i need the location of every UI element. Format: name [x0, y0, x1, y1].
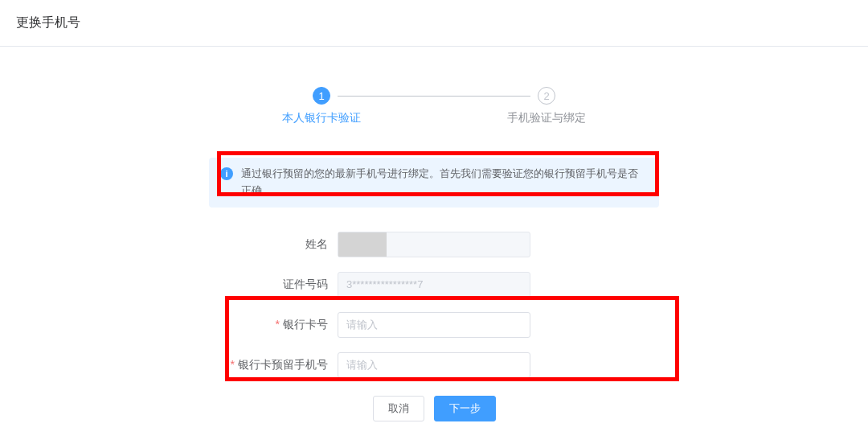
name-value [338, 232, 530, 257]
label-id-number: 证件号码 [209, 278, 338, 292]
step-2-title: 手机验证与绑定 [434, 111, 659, 125]
form-area: i 通过银行预留的您的最新手机号进行绑定。首先我们需要验证您的银行预留手机号是否… [209, 158, 659, 421]
steps-indicator: 1 本人银行卡验证 2 手机验证与绑定 [209, 87, 659, 125]
step-connector [338, 96, 530, 97]
step-2-circle: 2 [538, 87, 555, 105]
cancel-button[interactable]: 取消 [373, 396, 424, 421]
row-name: 姓名 [209, 232, 659, 257]
name-mask [338, 232, 387, 257]
step-1-circle: 1 [313, 87, 330, 105]
next-button[interactable]: 下一步 [434, 396, 496, 421]
step-1: 1 本人银行卡验证 [209, 87, 434, 125]
content-area: 1 本人银行卡验证 2 手机验证与绑定 i 通过银行预留的您的最新手机号进行绑定… [0, 47, 868, 421]
bank-phone-input[interactable] [338, 352, 530, 378]
button-row: 取消 下一步 [209, 396, 659, 421]
row-bank-card: 银行卡号 [209, 312, 659, 338]
step-2: 2 手机验证与绑定 [434, 87, 659, 125]
info-icon: i [220, 167, 233, 180]
label-bank-phone: 银行卡预留手机号 [209, 358, 338, 372]
id-number-text: 3****************7 [346, 278, 423, 290]
row-bank-phone: 银行卡预留手机号 [209, 352, 659, 378]
info-alert: i 通过银行预留的您的最新手机号进行绑定。首先我们需要验证您的银行预留手机号是否… [209, 158, 659, 208]
label-name: 姓名 [209, 237, 338, 252]
step-1-title: 本人银行卡验证 [209, 111, 434, 125]
bank-card-input[interactable] [338, 312, 530, 338]
id-number-value: 3****************7 [338, 272, 530, 298]
alert-text: 通过银行预留的您的最新手机号进行绑定。首先我们需要验证您的银行预留手机号是否正确 [241, 166, 648, 199]
label-bank-card: 银行卡号 [209, 318, 338, 332]
page-title: 更换手机号 [16, 15, 80, 29]
row-id-number: 证件号码 3****************7 [209, 272, 659, 298]
page-header: 更换手机号 [0, 0, 868, 47]
